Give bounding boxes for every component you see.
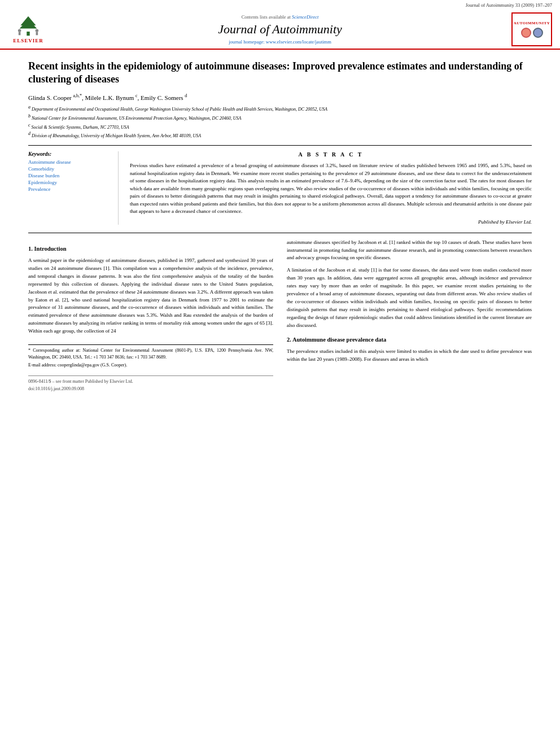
abstract-box: A B S T R A C T Previous studies have es… [130,151,532,225]
article-content: Recent insights in the epidemiology of a… [0,50,560,404]
article-footer: 0896-8411/$ – see front matter Published… [28,375,273,392]
sciencedirect-line: Contents lists available at ScienceDirec… [62,14,498,20]
affiliation-b: b National Center for Environmental Asse… [28,113,532,122]
keywords-title: Keywords: [28,151,111,157]
keywords-box: Keywords: Autoimmune disease Comorbidity… [28,151,119,225]
elsevier-label: ELSEVIER [13,38,43,43]
journal-title: Journal of Autoimmunity [62,22,498,37]
footnote-email: E-mail address: cooperglinda@epa.gov (G.… [28,362,273,369]
affiliation-c: c Social & Scientific Systems, Durham, N… [28,122,532,131]
divider-bottom [28,233,532,233]
footer-issn: 0896-8411/$ – see front matter Published… [28,378,273,385]
badge-circle-blue [533,28,543,38]
abstract-heading: A B S T R A C T [130,151,532,158]
journal-homepage: journal homepage: www.elsevier.com/locat… [62,39,498,45]
journal-center: Contents lists available at ScienceDirec… [51,14,509,45]
intro-paragraph-right-2: A limitation of the Jacobson et al. stud… [287,267,532,330]
abstract-text: Previous studies have estimated a preval… [130,162,532,216]
footnote-corresponding-text: * Corresponding author at: National Cent… [28,348,273,360]
keyword-prevalence[interactable]: Prevalence [28,186,111,192]
elsevier-tree-icon [14,15,42,37]
journal-logo-right: AUTOIMMUNITY [509,12,554,46]
author-sup-d: d [185,93,187,98]
affiliation-a: a Department of Environmental and Occupa… [28,104,532,113]
article-title: Recent insights in the epidemiology of a… [28,60,532,86]
keyword-disease-burden[interactable]: Disease burden [28,173,111,178]
volume-info-text: Journal of Autoimmunity 33 (2009) 197–20… [466,2,552,8]
divider-top [28,145,532,146]
body-col-left: 1. Introduction A seminal paper in the e… [28,239,273,392]
svg-rect-0 [27,32,29,36]
body-section: 1. Introduction A seminal paper in the e… [28,239,532,392]
journal-header: ELSEVIER Contents lists available at Sci… [0,9,560,50]
abstract-section: Keywords: Autoimmune disease Comorbidity… [28,151,532,225]
elsevier-logo: ELSEVIER [6,12,51,46]
section2-heading: 2. Autoimmune disease prevalence data [287,335,532,344]
abstract-publisher: Published by Elsevier Ltd. [130,219,532,225]
footnotes: * Corresponding author at: National Cent… [28,344,273,369]
svg-point-4 [36,29,38,32]
intro-paragraph-right-1: autoimmune diseases specified by Jacobso… [287,239,532,263]
affiliations: a Department of Environmental and Occupa… [28,104,532,139]
svg-rect-5 [19,32,21,35]
volume-info: Journal of Autoimmunity 33 (2009) 197–20… [0,0,560,9]
sciencedirect-link[interactable]: ScienceDirect [292,14,318,20]
keyword-epidemiology[interactable]: Epidemiology [28,180,111,185]
badge-circles [521,28,543,38]
badge-circle-orange [521,28,531,38]
badge-title: AUTOIMMUNITY [514,21,550,25]
footnote-email-text: E-mail address: cooperglinda@epa.gov (G.… [28,362,127,368]
svg-point-3 [18,29,21,32]
footer-doi: doi:10.1016/j.jaut.2009.09.008 [28,386,273,392]
intro-paragraph-left: A seminal paper in the epidemiology of a… [28,257,273,335]
author-sup-a: a,b,* [73,93,82,98]
section2-paragraph: The prevalence studies included in this … [287,348,532,364]
homepage-link[interactable]: journal homepage: www.elsevier.com/locat… [229,39,331,45]
footnote-corresponding: * Corresponding author at: National Cent… [28,347,273,361]
affiliation-d: d Division of Rheumatology, University o… [28,130,532,139]
autoimmunity-badge: AUTOIMMUNITY [511,12,552,46]
author-sup-c: c [135,93,138,98]
keyword-comorbidity[interactable]: Comorbidity [28,166,111,172]
svg-rect-6 [36,32,38,35]
keyword-autoimmune[interactable]: Autoimmune disease [28,159,111,165]
authors-line: Glinda S. Cooper a,b,*, Milele L.K. Bynu… [28,93,532,101]
body-col-right: autoimmune diseases specified by Jacobso… [287,239,532,392]
intro-heading: 1. Introduction [28,244,273,254]
